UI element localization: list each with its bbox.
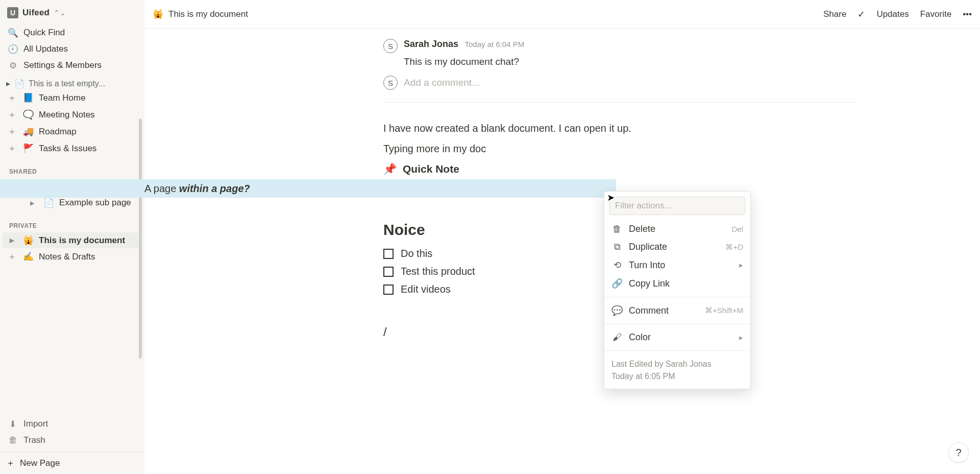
linked-page-quick-note[interactable]: 📌 Quick Note [383,163,858,175]
check-icon: ✓ [857,9,865,20]
page-label: Team Home [39,93,86,103]
trash-label: Trash [23,435,45,445]
chevron-up-down-icon: ⌃⌄ [54,9,66,17]
settings-label: Settings & Members [23,60,102,70]
menu-turn-into[interactable]: ⟲Turn Into▸ [609,256,745,274]
comment-time: Today at 6:04 PM [465,40,525,49]
page-label: Notes & Drafts [39,252,95,262]
checkbox-icon[interactable] [383,249,394,259]
menu-label: Copy Link [629,278,670,289]
meta-line: Last Edited by Sarah Jonas [611,358,743,370]
checkbox-icon[interactable] [383,285,394,295]
todo-label: Edit videos [401,283,451,295]
menu-color[interactable]: 🖌Color▸ [609,328,745,346]
writing-icon: ✍️ [22,251,34,262]
plus-icon: ＋ [6,251,17,263]
trash-icon: 🗑 [611,224,623,234]
plus-icon: ＋ [6,92,17,104]
link-icon: 🔗 [611,278,623,289]
selected-block[interactable]: A page within a page? [0,179,616,198]
plus-icon: ＋ [6,143,17,154]
page-this-document[interactable]: ▸ 🙀 This is my document [2,232,142,248]
todo-label: Do this [401,248,432,259]
meta-line: Today at 6:05 PM [611,370,743,383]
plus-icon: ＋ [6,457,15,469]
shortcut: ⌘+Shift+M [705,306,743,315]
quick-find-label: Quick Find [23,28,65,38]
page-notes-drafts[interactable]: ＋ ✍️ Notes & Drafts [2,248,142,265]
truck-icon: 🚚 [22,126,34,137]
quick-find[interactable]: 🔍 Quick Find [3,25,141,41]
comment-text: This is my document chat? [404,56,858,67]
breadcrumb[interactable]: 🙀 This is my document [153,9,248,19]
paint-icon: 🖌 [611,332,623,343]
todo-label: Test this product [401,266,475,277]
menu-comment[interactable]: 💬Comment⌘+Shift+M [609,301,745,320]
cycle-icon: ⟲ [611,259,623,271]
separator [604,324,750,324]
section-private: PRIVATE [2,211,142,232]
page-tasks-issues[interactable]: ＋ 🚩 Tasks & Issues [2,140,142,157]
page-roadmap[interactable]: ＋ 🚚 Roadmap [2,123,142,140]
comment-author: Sarah Jonas [404,39,458,49]
main: 🙀 This is my document Share ✓ Updates Fa… [144,0,980,474]
page-team-home[interactable]: ＋ 📘 Team Home [2,89,142,106]
text: A page [144,183,179,194]
page-item-cut[interactable]: ▸ 📄 This is a test empty... [2,78,142,89]
chevron-right-icon[interactable]: ▸ [27,198,38,208]
separator [604,297,750,297]
book-icon: 📘 [22,92,34,103]
menu-delete[interactable]: 🗑DeleteDel [609,220,745,238]
chevron-right-icon[interactable]: ▸ [6,235,17,246]
filter-actions-input[interactable] [609,197,745,215]
shortcut: ⌘+D [725,243,743,252]
chevron-right-icon: ▸ [739,333,743,342]
speech-icon: 🗨️ [22,109,34,120]
workspace-switcher[interactable]: U Uifeed ⌃⌄ [0,0,144,23]
section-shared: SHARED [2,157,142,178]
avatar: S [383,39,398,53]
import-label: Import [23,419,48,429]
share-button[interactable]: Share [823,9,846,19]
chevron-right-icon: ▸ [6,79,10,88]
menu-copy-link[interactable]: 🔗Copy Link [609,274,745,293]
new-page[interactable]: ＋ New Page [0,452,144,474]
download-icon: ⬇ [7,418,18,430]
all-updates[interactable]: 🕘 All Updates [3,41,141,57]
paragraph[interactable]: Typing more in my doc [383,140,858,157]
new-page-label: New Page [20,458,60,468]
menu-duplicate[interactable]: ⧉Duplicate⌘+D [609,238,745,256]
workspace-name: Uifeed [22,8,50,18]
page-emoji: 🙀 [153,9,163,19]
page-label: Roadmap [39,127,77,137]
page-label: Meeting Notes [39,110,95,120]
plus-icon: ＋ [6,109,17,121]
gear-icon: ⚙ [7,60,18,71]
comment-input[interactable]: Add a comment... [404,77,480,88]
page-label: Tasks & Issues [39,144,96,154]
page-label: This is a test empty... [29,79,105,88]
page-label: This is my document [39,235,125,246]
checkbox-icon[interactable] [383,267,394,277]
settings-members[interactable]: ⚙ Settings & Members [3,57,141,74]
help-button[interactable]: ? [948,442,969,463]
trash[interactable]: 🗑 Trash [3,432,141,448]
plus-icon: ＋ [6,126,17,137]
more-icon[interactable]: ••• [963,9,972,19]
import[interactable]: ⬇ Import [3,416,141,432]
all-updates-label: All Updates [23,44,68,54]
clock-icon: 🕘 [7,43,18,55]
block-actions-menu: 🗑DeleteDel ⧉Duplicate⌘+D ⟲Turn Into▸ 🔗Co… [604,191,751,389]
page-meeting-notes[interactable]: ＋ 🗨️ Meeting Notes [2,106,142,123]
paragraph[interactable]: I have now created a blank document. I c… [383,120,858,136]
topbar: 🙀 This is my document Share ✓ Updates Fa… [144,0,980,29]
separator [604,350,750,351]
menu-label: Delete [629,224,655,234]
chevron-right-icon: ▸ [739,260,743,270]
updates-button[interactable]: Updates [876,9,909,19]
page-title: This is my document [168,9,248,19]
page-icon: 📄 [43,197,54,208]
text-italic: within a page? [179,183,250,194]
workspace-avatar: U [7,7,18,18]
favorite-button[interactable]: Favorite [920,9,951,19]
